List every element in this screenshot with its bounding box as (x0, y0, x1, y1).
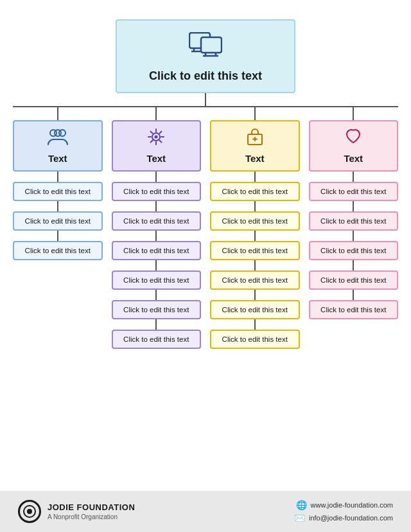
item-box-2-2[interactable]: Click to edit this text (210, 241, 300, 260)
item-box-1-4[interactable]: Click to edit this text (112, 300, 202, 319)
item-connector-2-5 (254, 319, 256, 330)
item-box-2-3[interactable]: Click to edit this text (210, 270, 300, 290)
footer-logo (18, 500, 41, 523)
root-down-connector (205, 93, 206, 106)
footer-org-sub: A Nonprofit Organization (48, 513, 135, 520)
col-header-2[interactable]: Text (210, 120, 300, 172)
item-connector-2-2 (254, 231, 256, 241)
item-box-3-1[interactable]: Click to edit this text (309, 211, 399, 231)
col-top-connector-3 (353, 107, 354, 120)
col-top-connector-1 (155, 107, 157, 120)
column-0: TextClick to edit this textClick to edit… (13, 107, 103, 260)
item-connector-3-3 (353, 260, 354, 270)
item-box-1-3[interactable]: Click to edit this text (112, 270, 202, 290)
item-box-1-0[interactable]: Click to edit this text (112, 182, 202, 201)
column-3: TextClick to edit this textClick to edit… (309, 107, 399, 319)
column-1: TextClick to edit this textClick to edit… (112, 107, 202, 349)
footer-email: info@jodie-foundation.com (309, 514, 393, 522)
item-connector-3-1 (353, 201, 354, 211)
item-connector-0-2 (57, 231, 58, 241)
item-box-0-2[interactable]: Click to edit this text (13, 241, 103, 260)
item-box-2-0[interactable]: Click to edit this text (210, 182, 300, 201)
item-box-3-2[interactable]: Click to edit this text (309, 241, 399, 260)
root-title: Click to edit this text (149, 69, 262, 83)
item-box-1-1[interactable]: Click to edit this text (112, 211, 202, 231)
column-2: TextClick to edit this textClick to edit… (210, 107, 300, 349)
svg-line-18 (160, 141, 162, 143)
item-connector-1-3 (155, 260, 157, 270)
columns-container: TextClick to edit this textClick to edit… (13, 107, 398, 349)
col-label-2: Text (245, 153, 265, 164)
item-box-2-4[interactable]: Click to edit this text (210, 300, 300, 319)
item-connector-0-0 (57, 172, 58, 182)
footer-org-name: JODIE FOUNDATION (48, 502, 135, 513)
footer: JODIE FOUNDATION A Nonprofit Organizatio… (0, 491, 411, 532)
col-icon-2 (244, 128, 266, 149)
footer-org-info: JODIE FOUNDATION A Nonprofit Organizatio… (48, 502, 135, 520)
footer-website: www.jodie-foundation.com (311, 501, 393, 509)
col-icon-1 (145, 128, 167, 149)
col-header-3[interactable]: Text (309, 120, 399, 172)
item-connector-1-1 (155, 201, 157, 211)
item-connector-1-2 (155, 231, 157, 241)
item-box-0-0[interactable]: Click to edit this text (13, 182, 103, 201)
item-connector-1-0 (155, 172, 157, 182)
svg-point-10 (55, 130, 61, 136)
email-icon: ✉️ (294, 513, 305, 523)
www-icon: 🌐 (296, 500, 307, 510)
item-connector-2-1 (254, 201, 256, 211)
root-node[interactable]: Click to edit this text (116, 19, 295, 93)
svg-line-17 (151, 132, 153, 134)
item-box-3-4[interactable]: Click to edit this text (309, 300, 399, 319)
item-box-0-1[interactable]: Click to edit this text (13, 211, 103, 231)
item-box-3-3[interactable]: Click to edit this text (309, 270, 399, 290)
col-top-connector-0 (57, 107, 58, 120)
item-connector-1-4 (155, 290, 157, 300)
col-top-connector-2 (254, 107, 256, 120)
footer-website-row: 🌐 www.jodie-foundation.com (296, 500, 393, 510)
col-label-3: Text (344, 153, 363, 164)
root-icon (189, 32, 222, 64)
item-connector-0-1 (57, 201, 58, 211)
footer-right: 🌐 www.jodie-foundation.com ✉️ info@jodie… (294, 500, 393, 523)
item-box-1-2[interactable]: Click to edit this text (112, 241, 202, 260)
col-icon-0 (47, 128, 69, 149)
item-box-3-0[interactable]: Click to edit this text (309, 182, 399, 201)
col-header-1[interactable]: Text (112, 120, 202, 172)
svg-point-25 (27, 509, 32, 514)
svg-point-12 (155, 136, 158, 139)
item-connector-1-5 (155, 319, 157, 330)
svg-line-20 (151, 141, 153, 143)
col-label-0: Text (48, 153, 67, 164)
item-box-2-5[interactable]: Click to edit this text (210, 330, 300, 349)
svg-line-19 (160, 132, 162, 134)
svg-rect-4 (201, 37, 222, 53)
main-content: Click to edit this text TextClick to edi… (0, 0, 411, 491)
item-connector-2-4 (254, 290, 256, 300)
col-header-0[interactable]: Text (13, 120, 103, 172)
item-connector-3-0 (353, 172, 354, 182)
footer-left: JODIE FOUNDATION A Nonprofit Organizatio… (18, 500, 135, 523)
item-connector-2-0 (254, 172, 256, 182)
item-connector-3-2 (353, 231, 354, 241)
item-box-1-5[interactable]: Click to edit this text (112, 330, 202, 349)
footer-email-row: ✉️ info@jodie-foundation.com (294, 513, 393, 523)
item-connector-3-4 (353, 290, 354, 300)
col-label-1: Text (146, 153, 166, 164)
item-connector-2-3 (254, 260, 256, 270)
col-icon-3 (342, 128, 364, 149)
item-box-2-1[interactable]: Click to edit this text (210, 211, 300, 231)
